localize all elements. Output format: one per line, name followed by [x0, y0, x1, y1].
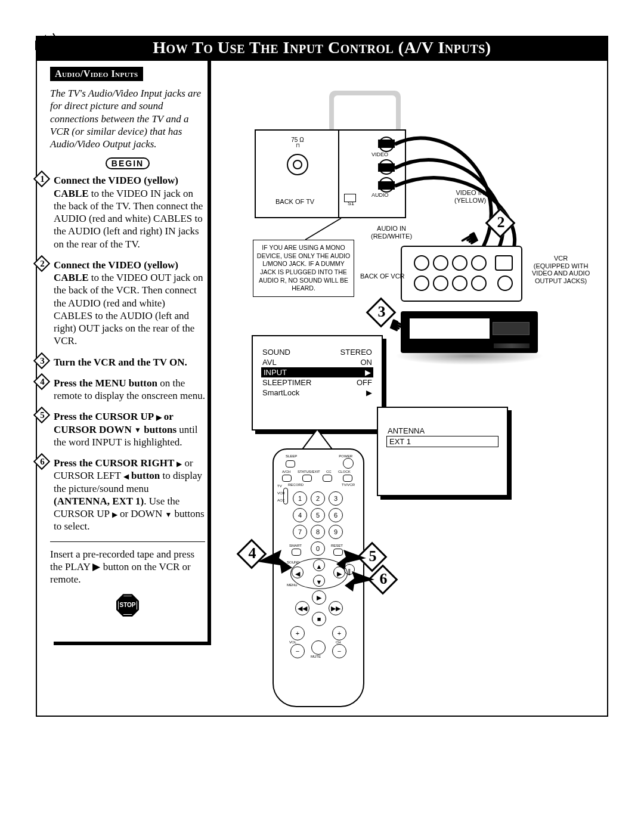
key-6[interactable]: 6 [329, 508, 343, 522]
cursor-down[interactable]: ▼ [313, 575, 325, 587]
begin-badge: BEGIN [50, 157, 205, 169]
svg-rect-1 [378, 140, 395, 148]
step-2: 2 Connect the VIDEO (yellow) CABLE to th… [50, 259, 205, 348]
instructions-column: Audio/Video Inputs The TV's Audio/Video … [50, 67, 205, 619]
step-6: 6 Press the CURSOR RIGHT ▶ or CURSOR LEF… [50, 457, 205, 533]
back-of-vcr-label: BACK OF VCR [360, 272, 405, 280]
svg-marker-11 [345, 571, 374, 592]
key-3[interactable]: 3 [329, 491, 343, 506]
note-leader-line [299, 216, 347, 246]
content-frame: Audio/Video Inputs The TV's Audio/Video … [36, 61, 608, 717]
step-5: 5 Press the CURSOR UP ▶ or CURSOR DOWN ▼… [50, 410, 205, 448]
step-number-3: 3 [36, 355, 50, 368]
stop-button[interactable]: ■ [312, 612, 326, 626]
subheading: Audio/Video Inputs [50, 67, 143, 81]
svg-marker-10 [336, 550, 366, 570]
back-of-tv-label: BACK OF TV [275, 198, 314, 206]
cursor-left[interactable]: ◀ [292, 566, 304, 578]
vol-up[interactable]: + [290, 626, 305, 640]
power-button[interactable] [343, 458, 354, 469]
sleep-button[interactable] [286, 460, 295, 467]
footnote: Insert a pre-recorded tape and press the… [50, 548, 205, 586]
rew-button[interactable]: ◀◀ [295, 601, 309, 615]
key-7[interactable]: 7 [293, 525, 307, 539]
antenna-jack [287, 154, 308, 175]
ch-down[interactable]: − [332, 644, 346, 658]
stop-badge: STOP [50, 594, 205, 619]
vcr-front [401, 311, 538, 353]
onscreen-menu-1: SOUNDSTEREO AVLON INPUT▶ SLEEPTIMEROFF S… [252, 335, 383, 431]
play-button[interactable]: ▶ [312, 590, 326, 605]
divider [50, 541, 205, 542]
vcr-back-panel [401, 246, 522, 302]
svg-marker-9 [258, 550, 292, 574]
mode-switch[interactable] [283, 488, 288, 504]
step-number-6: 6 [36, 456, 50, 469]
arrow-6 [345, 571, 374, 595]
svg-rect-2 [378, 163, 395, 172]
intro-text: The TV's Audio/Video Input jacks are for… [50, 87, 205, 150]
arrow-4 [258, 550, 293, 580]
svg-line-7 [305, 218, 341, 240]
step-1: 1 Connect the VIDEO (yellow) CABLE to th… [50, 174, 205, 250]
svg-rect-3 [378, 181, 395, 190]
vol-down[interactable]: − [290, 644, 305, 658]
step-number-4: 4 [36, 376, 50, 389]
callout-2: 2 [487, 210, 515, 237]
step-number-5: 5 [36, 409, 50, 422]
video-in-label: VIDEO IN (YELLOW) [454, 189, 486, 204]
diagram-area: 75 Ω ⊓ BACK OF TV VIDEO AUDIO S1 [222, 73, 603, 705]
key-9[interactable]: 9 [329, 525, 343, 539]
key-1[interactable]: 1 [293, 491, 307, 506]
page-title-bar: How To Use The Input Control (A/V Inputs… [36, 36, 608, 61]
page-title: How To Use The Input Control (A/V Inputs… [153, 38, 491, 57]
audio-in-label: AUDIO IN (RED/WHITE) [371, 225, 412, 240]
mono-note: IF YOU ARE USING A MONO DEVICE, USE ONLY… [253, 240, 354, 297]
step-3: 3 Turn the VCR and the TV ON. [50, 356, 205, 368]
key-4[interactable]: 4 [293, 508, 307, 522]
ff-button[interactable]: ▶▶ [329, 601, 343, 615]
vcr-desc-label: VCR (EQUIPPED WITH VIDEO AND AUDIO OUTPU… [532, 255, 590, 285]
cursor-up[interactable]: ▲ [313, 559, 325, 571]
speaker-icon [33, 32, 61, 64]
key-0[interactable]: 0 [311, 541, 325, 556]
step-number-1: 1 [36, 173, 50, 186]
step-4: 4 Press the MENU button on the remote to… [50, 377, 205, 402]
onscreen-menu-2: ANTENNA EXT 1 [377, 407, 508, 496]
arrow-5 [336, 550, 366, 574]
key-5[interactable]: 5 [311, 508, 325, 522]
step-number-2: 2 [36, 258, 50, 271]
key-8[interactable]: 8 [311, 525, 325, 539]
svg-marker-0 [35, 35, 46, 56]
mute-button[interactable] [311, 640, 326, 655]
key-2[interactable]: 2 [311, 491, 325, 506]
ch-up[interactable]: + [332, 626, 346, 640]
